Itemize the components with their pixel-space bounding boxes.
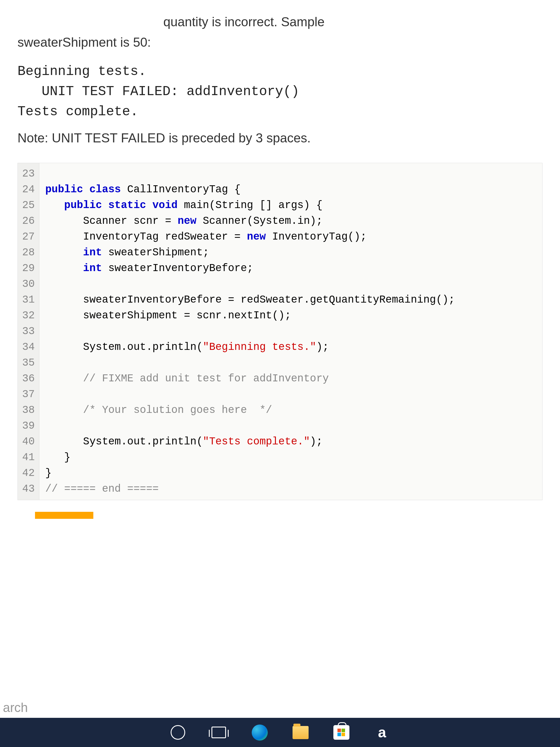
task-view-button[interactable] (210, 724, 228, 741)
intro2: sweaterShipment is 50: (18, 35, 151, 49)
code-line[interactable] (45, 387, 536, 403)
task-view-icon (211, 727, 226, 738)
line-number: 28 (22, 245, 35, 261)
out3: Tests complete. (18, 104, 138, 119)
code-line[interactable]: /* Your solution goes here */ (45, 403, 536, 418)
content-area: quantity is incorrect. Sample sweaterShi… (0, 0, 560, 718)
intro-fragment: quantity is incorrect. Sample (163, 15, 325, 29)
code-line[interactable]: } (45, 465, 536, 481)
line-number: 37 (22, 387, 35, 403)
code-line[interactable] (45, 355, 536, 371)
line-number: 24 (22, 182, 35, 198)
file-explorer-button[interactable] (292, 724, 309, 741)
code-line[interactable]: int sweaterInventoryBefore; (45, 261, 536, 276)
edge-icon (252, 724, 268, 741)
line-number: 26 (22, 213, 35, 229)
line-number: 29 (22, 261, 35, 276)
cortana-button[interactable] (169, 724, 187, 741)
line-number: 30 (22, 276, 35, 292)
line-number: 27 (22, 229, 35, 245)
search-text[interactable]: arch (3, 700, 28, 715)
line-number: 41 (22, 450, 35, 465)
code-line[interactable] (45, 166, 536, 182)
code-line[interactable]: System.out.println("Beginning tests."); (45, 339, 536, 355)
code-line[interactable]: public class CallInventoryTag { (45, 182, 536, 198)
code-line[interactable]: // FIXME add unit test for addInventory (45, 371, 536, 387)
code-line[interactable]: System.out.println("Tests complete."); (45, 434, 536, 450)
store-icon (334, 725, 349, 740)
line-number-gutter: 2324252627282930313233343536373839404142… (18, 163, 39, 500)
out2: UNIT TEST FAILED: addInventory() (18, 84, 299, 99)
line-number: 23 (22, 166, 35, 182)
progress-indicator (35, 512, 93, 519)
code-editor[interactable]: 2324252627282930313233343536373839404142… (18, 163, 542, 500)
code-line[interactable]: public static void main(String [] args) … (45, 198, 536, 213)
code-line[interactable]: Scanner scnr = new Scanner(System.in); (45, 213, 536, 229)
line-number: 43 (22, 481, 35, 497)
microsoft-store-button[interactable] (332, 724, 350, 741)
code-line[interactable]: } (45, 450, 536, 465)
code-content[interactable]: public class CallInventoryTag { public s… (39, 163, 542, 500)
sample-output: Beginning tests. UNIT TEST FAILED: addIn… (18, 61, 542, 122)
code-line[interactable]: int sweaterShipment; (45, 245, 536, 261)
amazon-icon: a (378, 724, 386, 741)
line-number: 39 (22, 418, 35, 434)
line-number: 34 (22, 339, 35, 355)
line-number: 32 (22, 308, 35, 324)
edge-button[interactable] (251, 724, 268, 741)
line-number: 40 (22, 434, 35, 450)
line-number: 31 (22, 292, 35, 308)
windows-taskbar[interactable]: a (0, 718, 560, 747)
code-line[interactable]: sweaterInventoryBefore = redSweater.getQ… (45, 292, 536, 308)
code-line[interactable]: InventoryTag redSweater = new InventoryT… (45, 229, 536, 245)
cortana-icon (170, 725, 185, 740)
line-number: 42 (22, 465, 35, 481)
code-line[interactable] (45, 418, 536, 434)
problem-intro: quantity is incorrect. Sample sweaterShi… (18, 12, 542, 53)
amazon-button[interactable]: a (373, 724, 391, 741)
line-number: 25 (22, 198, 35, 213)
code-line[interactable] (45, 324, 536, 339)
line-number: 36 (22, 371, 35, 387)
line-number: 35 (22, 355, 35, 371)
line-number: 38 (22, 403, 35, 418)
code-line[interactable]: // ===== end ===== (45, 481, 536, 497)
code-line[interactable] (45, 276, 536, 292)
line-number: 33 (22, 324, 35, 339)
out1: Beginning tests. (18, 64, 146, 79)
code-line[interactable]: sweaterShipment = scnr.nextInt(); (45, 308, 536, 324)
note: Note: UNIT TEST FAILED is preceded by 3 … (18, 131, 542, 145)
folder-icon (293, 726, 309, 739)
